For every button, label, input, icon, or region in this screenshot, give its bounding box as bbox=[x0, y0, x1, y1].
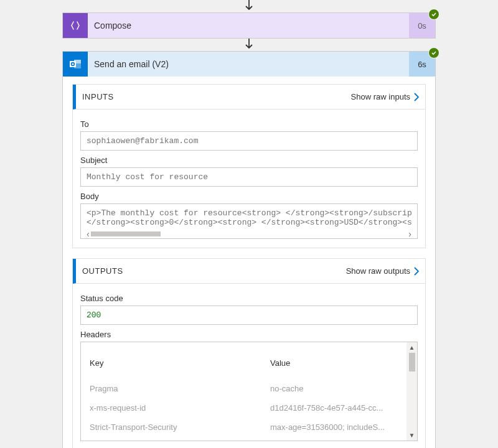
outputs-heading: OUTPUTS bbox=[82, 266, 123, 276]
chevron-right-icon bbox=[414, 267, 419, 276]
success-badge-icon bbox=[428, 47, 439, 58]
body-horizontal-scrollbar[interactable]: ‹ › bbox=[87, 230, 411, 238]
to-label: To bbox=[80, 119, 418, 129]
inputs-section: INPUTS Show raw inputs To sophiaowen@fab… bbox=[72, 84, 426, 248]
headers-label: Headers bbox=[80, 330, 418, 339]
header-value: no-cache bbox=[270, 384, 408, 393]
scroll-thumb[interactable] bbox=[91, 231, 161, 236]
outputs-header: OUTPUTS Show raw outputs bbox=[73, 259, 425, 284]
success-badge-icon bbox=[428, 9, 439, 20]
chevron-right-icon bbox=[414, 93, 419, 101]
status-code-value[interactable]: 200 bbox=[80, 306, 418, 325]
show-raw-inputs-label: Show raw inputs bbox=[351, 92, 410, 101]
compose-card[interactable]: Compose 0s bbox=[62, 12, 436, 39]
outlook-icon bbox=[63, 52, 88, 77]
flow-arrow-middle bbox=[0, 39, 498, 51]
send-email-card: Send an email (V2) 6s INPUTS Show raw in… bbox=[62, 51, 436, 448]
scroll-track[interactable] bbox=[161, 231, 409, 236]
header-value: max-age=31536000; includeS... bbox=[270, 422, 408, 432]
compose-icon bbox=[63, 13, 88, 38]
subject-value[interactable]: Monthly cost for resource bbox=[80, 167, 418, 187]
body-value[interactable]: <p>The monthly cost for resource<strong>… bbox=[80, 203, 418, 239]
status-code-label: Status code bbox=[80, 294, 418, 303]
table-row: Pragma no-cache bbox=[90, 379, 408, 398]
send-email-header[interactable]: Send an email (V2) 6s bbox=[63, 52, 435, 77]
vscroll-thumb[interactable] bbox=[409, 353, 415, 371]
svg-rect-4 bbox=[70, 61, 76, 67]
subject-label: Subject bbox=[80, 156, 418, 165]
body-label: Body bbox=[80, 192, 418, 201]
flow-arrow-top bbox=[0, 0, 498, 12]
scroll-right-icon[interactable]: › bbox=[408, 230, 411, 238]
scroll-up-icon[interactable]: ▲ bbox=[406, 342, 417, 353]
compose-title: Compose bbox=[88, 13, 409, 38]
body-line-1: <p>The monthly cost for resource<strong>… bbox=[87, 208, 411, 218]
table-row: Strict-Transport-Security max-age=315360… bbox=[90, 418, 408, 437]
to-value[interactable]: sophiaowen@fabrikam.com bbox=[80, 131, 418, 151]
table-row: x-ms-request-id d1d2416f-758c-4e57-a445-… bbox=[90, 398, 408, 418]
show-raw-inputs-link[interactable]: Show raw inputs bbox=[351, 92, 419, 101]
send-email-title: Send an email (V2) bbox=[88, 52, 409, 77]
headers-table: Key Value Pragma no-cache x-ms-request-i… bbox=[80, 342, 418, 441]
scroll-left-icon[interactable]: ‹ bbox=[87, 230, 90, 238]
header-key: Strict-Transport-Security bbox=[90, 422, 270, 432]
outputs-section: OUTPUTS Show raw outputs Status code 200… bbox=[72, 258, 426, 448]
inputs-heading: INPUTS bbox=[82, 92, 114, 101]
header-key: x-ms-request-id bbox=[90, 403, 270, 413]
scroll-down-icon[interactable]: ▼ bbox=[406, 430, 417, 441]
headers-value-col: Value bbox=[270, 358, 408, 368]
header-key: Pragma bbox=[90, 384, 270, 393]
headers-header-row: Key Value bbox=[90, 353, 408, 379]
header-value: d1d2416f-758c-4e57-a445-cc... bbox=[270, 403, 408, 413]
body-line-2: </strong><strong>0</strong><strong> </st… bbox=[87, 218, 411, 227]
show-raw-outputs-label: Show raw outputs bbox=[346, 266, 410, 276]
show-raw-outputs-link[interactable]: Show raw outputs bbox=[346, 266, 419, 276]
headers-vertical-scrollbar[interactable]: ▲ ▼ bbox=[406, 342, 417, 441]
inputs-header: INPUTS Show raw inputs bbox=[73, 85, 425, 110]
headers-key-col: Key bbox=[90, 358, 270, 368]
